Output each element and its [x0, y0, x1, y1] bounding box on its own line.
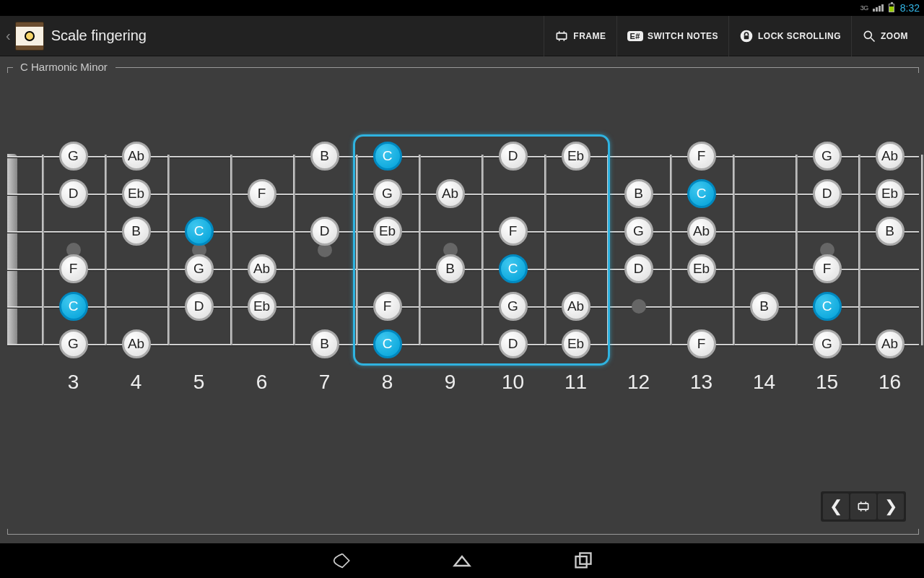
frame-controls: ❮ ❯ — [821, 491, 906, 522]
fret-wire — [42, 155, 44, 345]
fret-wire — [858, 155, 860, 345]
nav-recent-icon[interactable] — [573, 551, 593, 571]
fret-number-row: 345678910111213141516 — [7, 371, 919, 400]
scale-note[interactable]: G — [499, 292, 528, 321]
svg-rect-0 — [557, 33, 567, 38]
clock: 8:32 — [900, 2, 920, 14]
network-label: 3G — [860, 4, 868, 12]
scale-note[interactable]: B — [624, 179, 653, 208]
frame-toggle-button[interactable] — [850, 493, 876, 519]
scale-note[interactable]: D — [624, 254, 653, 283]
page-title: Scale fingering — [51, 27, 544, 44]
fret-wire — [105, 155, 107, 345]
scale-note[interactable]: Eb — [373, 217, 402, 246]
scale-note[interactable]: Ab — [687, 217, 716, 246]
scale-note[interactable]: Ab — [122, 142, 151, 171]
svg-rect-14 — [576, 556, 587, 567]
signal-icon — [873, 4, 884, 12]
lock-icon — [739, 29, 754, 43]
next-frame-button[interactable]: ❯ — [878, 493, 904, 519]
fret-inlay — [632, 299, 646, 314]
scale-note[interactable]: G — [373, 179, 402, 208]
root-note[interactable]: C — [813, 292, 842, 321]
scale-note[interactable]: Eb — [562, 142, 590, 171]
scale-note[interactable]: B — [876, 217, 905, 246]
scale-note[interactable]: F — [248, 179, 276, 208]
fret-number: 8 — [382, 371, 393, 394]
lock-scrolling-button[interactable]: LOCK SCROLLING — [728, 16, 851, 56]
scale-note[interactable]: B — [122, 217, 151, 246]
scale-note[interactable]: B — [436, 254, 465, 283]
back-button[interactable]: ‹ — [6, 27, 11, 44]
switch-notes-label: SWITCH NOTES — [648, 31, 718, 41]
scale-note[interactable]: F — [687, 142, 716, 171]
frame-label: FRAME — [573, 31, 606, 41]
scale-note[interactable]: Ab — [876, 142, 905, 171]
scale-note[interactable]: D — [59, 179, 88, 208]
action-bar: ‹ Scale fingering FRAME E# SWITCH NOTES … — [0, 16, 924, 56]
frame-button[interactable]: FRAME — [544, 16, 616, 56]
fret-wire — [167, 155, 170, 345]
fret-number: 11 — [565, 371, 587, 394]
scale-note[interactable]: Eb — [562, 329, 590, 358]
battery-icon — [889, 4, 894, 12]
root-note[interactable]: C — [499, 254, 528, 283]
scale-note[interactable]: Ab — [122, 329, 151, 358]
root-note[interactable]: C — [185, 217, 214, 246]
scale-note[interactable]: G — [813, 329, 842, 358]
scale-note[interactable]: G — [59, 142, 88, 171]
scale-note[interactable]: Eb — [248, 292, 276, 321]
scale-note[interactable]: Ab — [876, 329, 905, 358]
scale-note[interactable]: D — [499, 329, 528, 358]
scale-note[interactable]: D — [310, 217, 339, 246]
scale-note[interactable]: B — [750, 292, 779, 321]
root-note[interactable]: C — [59, 292, 88, 321]
fret-number: 3 — [68, 371, 79, 394]
scale-groupbox: C Harmonic Minor GAbBCDEbFGAbDEbFGAbBCDE… — [7, 67, 919, 535]
nav-home-icon[interactable] — [452, 551, 472, 571]
fret-number: 16 — [879, 371, 901, 394]
nut — [7, 154, 17, 346]
scale-note[interactable]: D — [813, 179, 842, 208]
nav-back-icon[interactable] — [331, 551, 351, 571]
fret-wire — [293, 155, 295, 345]
scale-note[interactable]: F — [813, 254, 842, 283]
scale-note[interactable]: Ab — [248, 254, 276, 283]
fret-number: 14 — [753, 371, 775, 394]
scale-note[interactable]: B — [310, 329, 339, 358]
scale-note[interactable]: F — [373, 292, 402, 321]
scale-note[interactable]: F — [687, 329, 716, 358]
scale-note[interactable]: D — [185, 292, 214, 321]
fret-wire — [796, 155, 798, 345]
scale-note[interactable]: Ab — [436, 179, 465, 208]
app-icon[interactable] — [15, 22, 44, 51]
scale-note[interactable]: Eb — [687, 254, 716, 283]
fretboard[interactable]: GAbBCDEbFGAbDEbFGAbBCDEbBCDEbFGAbBFGAbBC… — [7, 143, 919, 367]
fret-wire — [921, 155, 923, 345]
scale-note[interactable]: Eb — [122, 179, 151, 208]
root-note[interactable]: C — [373, 329, 402, 358]
scale-note[interactable]: Ab — [562, 292, 590, 321]
scale-name-label: C Harmonic Minor — [16, 61, 112, 73]
scale-note[interactable]: G — [624, 217, 653, 246]
scale-note[interactable]: G — [59, 329, 88, 358]
prev-frame-button[interactable]: ❮ — [823, 493, 849, 519]
root-note[interactable]: C — [373, 142, 402, 171]
scale-note[interactable]: Eb — [876, 179, 905, 208]
scale-note[interactable]: F — [499, 217, 528, 246]
switch-notes-button[interactable]: E# SWITCH NOTES — [616, 16, 728, 56]
status-bar: 3G 8:32 — [0, 0, 924, 16]
fret-number: 6 — [256, 371, 268, 394]
zoom-button[interactable]: ZOOM — [851, 16, 918, 56]
lock-label: LOCK SCROLLING — [758, 31, 841, 41]
fret-number: 4 — [131, 371, 142, 394]
svg-rect-6 — [744, 35, 749, 39]
zoom-icon — [862, 29, 876, 43]
scale-note[interactable]: G — [185, 254, 214, 283]
scale-note[interactable]: F — [59, 254, 88, 283]
root-note[interactable]: C — [687, 179, 716, 208]
svg-point-7 — [864, 31, 871, 38]
scale-note[interactable]: G — [813, 142, 842, 171]
scale-note[interactable]: D — [499, 142, 528, 171]
scale-note[interactable]: B — [310, 142, 339, 171]
